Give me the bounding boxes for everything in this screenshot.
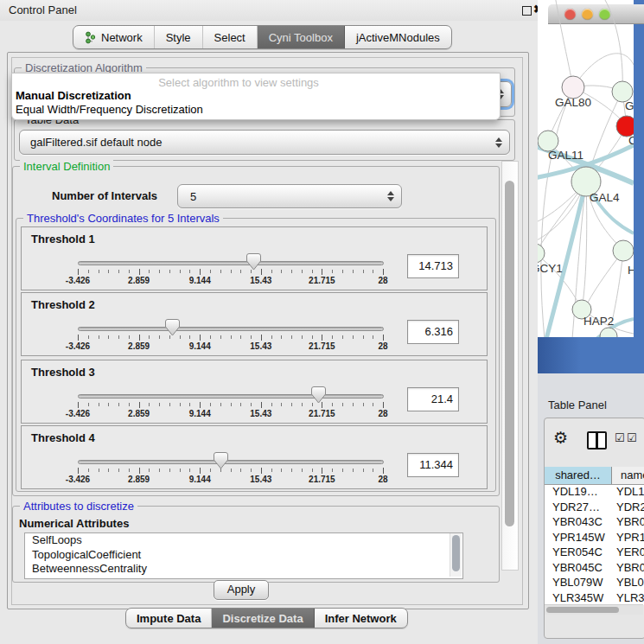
columns-icon[interactable] [587, 431, 607, 450]
node-label: GAL4 [590, 191, 620, 204]
cell-name: YLR3 [611, 591, 644, 606]
attribute-list-item[interactable]: BetweennessCentrality [25, 562, 462, 577]
tab-label: Infer Network [325, 612, 397, 625]
numerical-attributes-list[interactable]: SelfLoopsTopologicalCoefficientBetweenne… [24, 532, 463, 579]
threshold-value-field[interactable]: 21.4 [407, 387, 459, 411]
tab-infer-network[interactable]: Infer Network [315, 609, 407, 628]
tab-network[interactable]: Network [73, 26, 155, 48]
threshold-slider-track[interactable] [78, 394, 384, 399]
slider-minor-ticks [78, 469, 386, 472]
table-row[interactable]: YER054CYER0 [545, 545, 644, 561]
table-data-combobox[interactable]: galFiltered.sif default node [19, 130, 510, 155]
algorithm-option[interactable]: Manual Discretization [15, 89, 497, 103]
table-header[interactable]: shared… name [545, 467, 644, 485]
threshold-slider-thumb[interactable] [311, 386, 326, 404]
cell-shared-name: YDL19… [545, 485, 611, 501]
threshold-slider-track[interactable] [78, 261, 384, 265]
slider-tick-label: 2.859 [128, 409, 150, 418]
control-panel-titlebar[interactable]: Control Panel ✖ [0, 0, 538, 21]
slider-tick-label: 28 [378, 475, 387, 484]
slider-tick-label: 2.859 [128, 475, 150, 484]
attributes-scrollbar-thumb[interactable] [452, 535, 460, 571]
node-label: GAL11 [548, 149, 583, 162]
float-window-icon[interactable] [522, 6, 532, 16]
attribute-list-item[interactable]: SelfLoops [25, 533, 462, 548]
tab-discretize-data[interactable]: Discretize Data [212, 609, 314, 628]
panel-scrollbar[interactable] [501, 161, 519, 571]
column-header-name[interactable]: name [612, 467, 644, 484]
table-hscrollbar-thumb[interactable] [546, 607, 619, 613]
network-icon [85, 31, 96, 44]
threshold-slider-track[interactable] [78, 460, 384, 464]
gear-icon[interactable]: ⚙ [553, 428, 568, 448]
slider-tick-label: -3.426 [66, 276, 90, 285]
slider-tick-label: 28 [378, 341, 387, 351]
network-node-h[interactable] [613, 240, 634, 261]
slider-tick-label: 28 [378, 276, 387, 285]
tab-select[interactable]: Select [203, 26, 258, 48]
table-row[interactable]: YDL19…YDL1 [545, 485, 644, 501]
tab-jactivemnodules[interactable]: jActiveMNodules [345, 26, 451, 48]
attribute-list-item[interactable]: TopologicalCoefficient [25, 548, 462, 563]
table-row[interactable]: YPR145WYPR1 [545, 531, 644, 546]
slider-tick-label: 2.859 [128, 341, 150, 351]
app-root: Control Panel ✖ NetworkStyleSelectCyni T… [0, 0, 644, 644]
threshold-slider-thumb[interactable] [214, 452, 228, 469]
table-row[interactable]: YDR27…YDR2 [545, 501, 644, 516]
table-data-value: galFiltered.sif default node [20, 136, 494, 149]
table-row[interactable]: YBL079WYBL0 [545, 576, 644, 591]
tab-impute-data[interactable]: Impute Data [126, 609, 212, 628]
cell-name: YER0 [611, 545, 644, 561]
table-hscrollbar[interactable] [545, 604, 643, 615]
network-view-window[interactable]: GAL80GACGAL11GAL4GCY1HHAP2 [538, 0, 644, 373]
network-canvas[interactable]: GAL80GACGAL11GAL4GCY1HHAP2 [538, 0, 634, 337]
network-node[interactable] [600, 328, 617, 337]
slider-major-tick [78, 269, 79, 275]
cell-name: YPR1 [611, 531, 644, 546]
table-body: YDL19…YDL1YDR27…YDR2YBR043CYBR0YPR145WYP… [545, 485, 644, 605]
tab-style[interactable]: Style [155, 26, 203, 48]
network-graph: GAL80GACGAL11GAL4GCY1HHAP2 [538, 0, 634, 337]
threshold-value-field[interactable]: 6.316 [407, 320, 459, 344]
slider-tick-label: 2.859 [128, 276, 150, 285]
slider-major-tick [78, 468, 79, 474]
toolbox-tabbar: NetworkStyleSelectCyni ToolboxjActiveMNo… [73, 25, 452, 49]
slider-tick-label: 21.715 [309, 341, 335, 351]
table-row[interactable]: YBR045CYBR0 [545, 561, 644, 577]
cell-name: YDR2 [611, 501, 644, 516]
attributes-scrollbar[interactable] [450, 533, 462, 577]
checkbox-icon[interactable]: ☑ [627, 431, 637, 444]
node-table[interactable]: shared… name YDL19…YDL1YDR27…YDR2YBR043C… [545, 467, 644, 605]
apply-button[interactable]: Apply [214, 580, 269, 600]
slider-major-tick [139, 468, 140, 474]
slider-major-tick [200, 269, 201, 275]
slider-tick-label: -3.426 [66, 341, 90, 351]
node-label: HAP2 [583, 315, 614, 328]
slider-major-tick [383, 468, 384, 474]
combo-arrows-icon [494, 137, 502, 148]
table-row[interactable]: YBR043CYBR0 [545, 515, 644, 531]
panel-scrollbar-thumb[interactable] [505, 181, 514, 526]
slider-minor-ticks [78, 335, 386, 339]
slider-minor-ticks [78, 270, 386, 273]
column-header-shared-name[interactable]: shared… [545, 467, 612, 484]
algorithm-hint: Select algorithm to view settings [12, 76, 465, 89]
table-row[interactable]: YLR345WYLR3 [545, 591, 644, 606]
tab-label: Discretize Data [222, 612, 303, 625]
slider-tick-label: 28 [378, 409, 387, 418]
threshold-value-field[interactable]: 11.344 [407, 453, 459, 477]
network-nodes[interactable] [538, 76, 634, 337]
threshold-value-field[interactable]: 14.713 [407, 254, 459, 278]
threshold-slider-thumb[interactable] [165, 319, 180, 336]
slider-minor-ticks [78, 403, 386, 406]
algorithm-option[interactable]: Equal Width/Frequency Discretization [15, 103, 497, 117]
checkbox-icon[interactable]: ☑ [615, 431, 625, 444]
slider-major-tick [200, 335, 201, 341]
table-panel-title: Table Panel [548, 399, 607, 411]
cell-shared-name: YBL079W [545, 576, 611, 591]
threshold-slider-track[interactable] [78, 327, 384, 331]
number-of-intervals-label: Number of Intervals [52, 189, 157, 202]
tab-cyni-toolbox[interactable]: Cyni Toolbox [258, 26, 345, 48]
threshold-slider-thumb[interactable] [246, 253, 261, 271]
number-of-intervals-combobox[interactable]: 5 [177, 184, 402, 208]
